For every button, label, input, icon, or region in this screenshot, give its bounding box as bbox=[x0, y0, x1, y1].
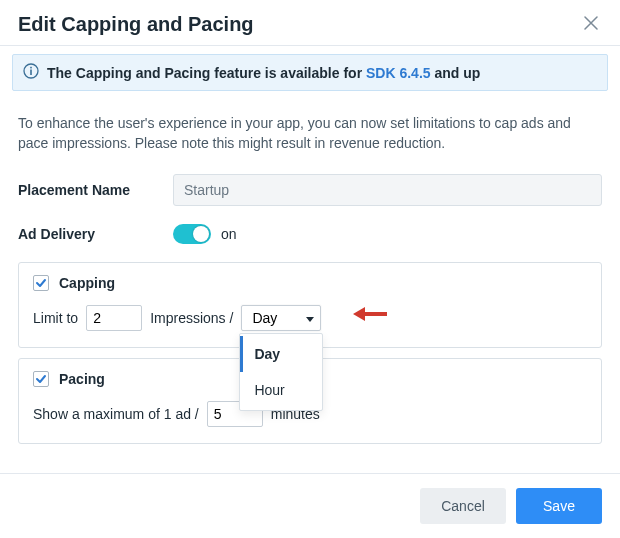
dialog-title: Edit Capping and Pacing bbox=[18, 13, 254, 36]
capping-controls: Limit to Impressions / Day Day Hour bbox=[33, 305, 587, 331]
checkmark-icon bbox=[35, 277, 47, 289]
ad-delivery-state: on bbox=[221, 226, 237, 242]
capping-value-input[interactable] bbox=[86, 305, 142, 331]
pacing-checkbox[interactable] bbox=[33, 371, 49, 387]
caret-down-icon bbox=[306, 310, 314, 326]
ad-delivery-label: Ad Delivery bbox=[18, 226, 173, 242]
placement-label: Placement Name bbox=[18, 182, 173, 198]
unit-option-day[interactable]: Day bbox=[240, 336, 322, 372]
toggle-knob bbox=[193, 226, 209, 242]
svg-rect-1 bbox=[30, 70, 32, 76]
close-button[interactable] bbox=[580, 12, 602, 37]
save-button[interactable]: Save bbox=[516, 488, 602, 524]
capping-unit-dropdown: Day Hour bbox=[239, 333, 323, 411]
unit-option-hour[interactable]: Hour bbox=[240, 372, 322, 408]
close-icon bbox=[584, 16, 598, 30]
cancel-button[interactable]: Cancel bbox=[420, 488, 506, 524]
ad-delivery-row: Ad Delivery on bbox=[18, 224, 602, 244]
info-icon bbox=[23, 63, 39, 82]
pacing-prefix: Show a maximum of 1 ad / bbox=[33, 406, 199, 422]
checkmark-icon bbox=[35, 373, 47, 385]
svg-rect-2 bbox=[30, 67, 32, 69]
sdk-link[interactable]: SDK 6.4.5 bbox=[366, 65, 431, 81]
dialog-header: Edit Capping and Pacing bbox=[0, 0, 620, 46]
ad-delivery-toggle[interactable] bbox=[173, 224, 211, 244]
info-banner: The Capping and Pacing feature is availa… bbox=[12, 54, 608, 91]
pacing-title: Pacing bbox=[59, 371, 105, 387]
capping-title: Capping bbox=[59, 275, 115, 291]
placement-name-input: Startup bbox=[173, 174, 602, 206]
callout-arrow-icon bbox=[353, 305, 387, 323]
banner-text: The Capping and Pacing feature is availa… bbox=[47, 65, 480, 81]
capping-unit-select[interactable]: Day bbox=[241, 305, 321, 331]
impressions-label: Impressions / bbox=[150, 310, 233, 326]
limit-to-label: Limit to bbox=[33, 310, 78, 326]
capping-unit-selected: Day bbox=[252, 310, 277, 326]
capping-panel: Capping Limit to Impressions / Day Day H… bbox=[18, 262, 602, 348]
description-text: To enhance the user's experience in your… bbox=[18, 113, 578, 154]
placement-row: Placement Name Startup bbox=[18, 174, 602, 206]
capping-checkbox[interactable] bbox=[33, 275, 49, 291]
dialog-footer: Cancel Save bbox=[0, 473, 620, 538]
